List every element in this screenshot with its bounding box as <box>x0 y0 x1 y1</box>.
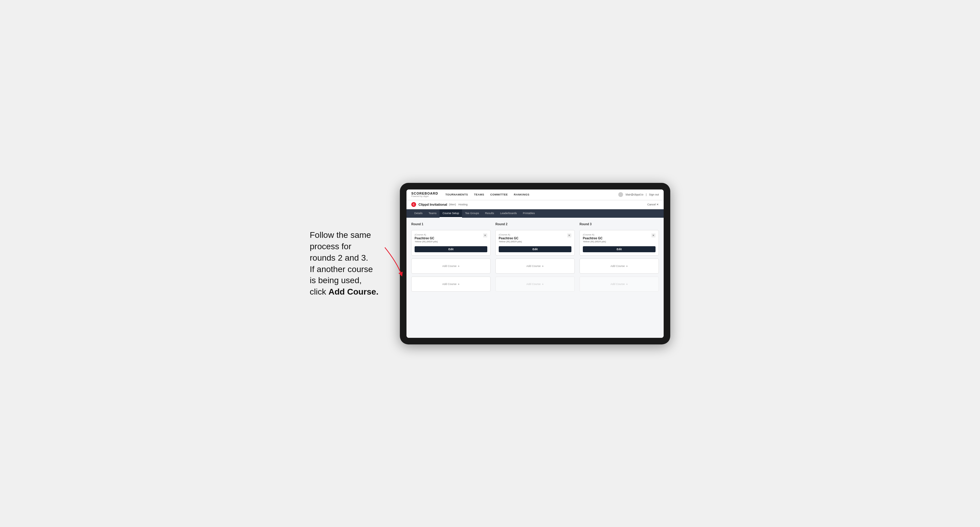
add-course-slot-1-2[interactable]: Add Course + <box>411 276 491 292</box>
tablet-device: SCOREBOARD Powered by clippd TOURNAMENTS… <box>400 183 670 344</box>
course-info: (Course A) Peachtree GC Yellow (M) (6629… <box>499 233 522 245</box>
course-label: (Course A) <box>583 233 606 236</box>
edit-course-button[interactable]: Edit <box>583 246 655 252</box>
round-3-course-card: (Course A) Peachtree GC Yellow (M) (6629… <box>579 230 659 256</box>
add-plus-icon: + <box>542 264 544 268</box>
add-course-label: Add Course <box>611 265 625 268</box>
add-course-label: Add Course <box>527 283 541 286</box>
nav-links: TOURNAMENTS TEAMS COMMITTEE RANKINGS <box>445 193 618 196</box>
course-detail: Yellow (M) (6629 yds) <box>499 240 522 243</box>
course-info: (Course A) Peachtree GC Yellow (M) (6629… <box>415 233 438 245</box>
tab-teams[interactable]: Teams <box>426 209 440 218</box>
edit-course-button[interactable]: Edit <box>415 246 487 252</box>
course-detail: Yellow (M) (6629 yds) <box>583 240 606 243</box>
instruction-bold: Add Course. <box>328 287 378 296</box>
round-1-course-card: (Course A) Peachtree GC Yellow (M) (6629… <box>411 230 491 256</box>
rounds-grid: Round 1 (Course A) Peachtree GC Yellow (… <box>411 222 659 292</box>
main-content: Round 1 (Course A) Peachtree GC Yellow (… <box>406 218 663 338</box>
tab-results[interactable]: Results <box>482 209 497 218</box>
round-1-label: Round 1 <box>411 222 491 226</box>
add-course-label: Add Course <box>527 265 541 268</box>
course-label: (Course A) <box>415 233 438 236</box>
add-plus-icon: + <box>458 264 460 268</box>
course-name: Peachtree GC <box>499 237 522 240</box>
add-course-label: Add Course <box>611 283 625 286</box>
tournament-title: Clippd Invitational <box>418 203 447 206</box>
round-3-label: Round 3 <box>579 222 659 226</box>
course-name: Peachtree GC <box>583 237 606 240</box>
sign-out-link[interactable]: Sign out <box>649 193 659 196</box>
logo-subtitle: Powered by clippd <box>411 195 438 197</box>
page-wrapper: Follow the same process for rounds 2 and… <box>310 183 670 344</box>
edit-course-button[interactable]: Edit <box>499 246 571 252</box>
nav-committee[interactable]: COMMITTEE <box>490 193 508 196</box>
course-card-header: (Course A) Peachtree GC Yellow (M) (6629… <box>499 233 571 245</box>
course-info: (Course A) Peachtree GC Yellow (M) (6629… <box>583 233 606 245</box>
course-name: Peachtree GC <box>415 237 438 240</box>
round-3-column: Round 3 (Course A) Peachtree GC Yellow (… <box>579 222 659 292</box>
round-2-label: Round 2 <box>495 222 575 226</box>
round-2-course-card: (Course A) Peachtree GC Yellow (M) (6629… <box>495 230 575 256</box>
sub-header: C Clippd Invitational (Men) Hosting Canc… <box>406 200 663 209</box>
tab-printables[interactable]: Printables <box>520 209 538 218</box>
instruction-text: Follow the same process for rounds 2 and… <box>310 230 379 296</box>
add-plus-icon: + <box>458 282 460 286</box>
remove-course-button[interactable]: ✕ <box>483 233 487 238</box>
add-course-slot-2-1[interactable]: Add Course + <box>495 259 575 273</box>
cancel-button[interactable]: Cancel ✕ <box>647 203 659 206</box>
add-course-slot-3-2: Add Course + <box>579 276 659 292</box>
logo-title: SCOREBOARD <box>411 192 438 195</box>
nav-teams[interactable]: TEAMS <box>474 193 484 196</box>
round-1-column: Round 1 (Course A) Peachtree GC Yellow (… <box>411 222 491 292</box>
add-plus-icon: + <box>542 282 544 286</box>
top-navigation: SCOREBOARD Powered by clippd TOURNAMENTS… <box>406 189 663 200</box>
course-detail: Yellow (M) (6629 yds) <box>415 240 438 243</box>
tab-course-setup[interactable]: Course Setup <box>439 209 462 218</box>
course-card-header: (Course A) Peachtree GC Yellow (M) (6629… <box>583 233 655 245</box>
tabs-bar: Details Teams Course Setup Tee Groups Re… <box>406 209 663 218</box>
top-nav-right: blair@clippd.io | Sign out <box>618 192 659 197</box>
tournament-status: Hosting <box>458 203 468 206</box>
remove-course-button[interactable]: ✕ <box>651 233 655 238</box>
scoreboard-logo: SCOREBOARD Powered by clippd <box>411 192 438 197</box>
remove-course-button[interactable]: ✕ <box>567 233 571 238</box>
add-plus-icon: + <box>626 264 628 268</box>
course-label: (Course A) <box>499 233 522 236</box>
add-course-slot-2-2: Add Course + <box>495 276 575 292</box>
tab-tee-groups[interactable]: Tee Groups <box>462 209 482 218</box>
add-course-label: Add Course <box>442 283 457 286</box>
course-card-header: (Course A) Peachtree GC Yellow (M) (6629… <box>415 233 487 245</box>
add-plus-icon: + <box>626 282 628 286</box>
tab-leaderboards[interactable]: Leaderboards <box>497 209 520 218</box>
tab-details[interactable]: Details <box>411 209 426 218</box>
nav-tournaments[interactable]: TOURNAMENTS <box>445 193 468 196</box>
user-avatar <box>618 192 623 197</box>
round-2-column: Round 2 (Course A) Peachtree GC Yellow (… <box>495 222 575 292</box>
tournament-badge: (Men) <box>449 203 456 206</box>
brand-logo: C <box>411 202 416 207</box>
add-course-label: Add Course <box>442 265 457 268</box>
add-course-slot-3-1[interactable]: Add Course + <box>579 259 659 273</box>
nav-rankings[interactable]: RANKINGS <box>514 193 529 196</box>
separator: | <box>646 193 646 196</box>
tablet-screen: SCOREBOARD Powered by clippd TOURNAMENTS… <box>406 189 663 338</box>
add-course-slot-1-1[interactable]: Add Course + <box>411 259 491 273</box>
user-email: blair@clippd.io <box>625 193 643 196</box>
instruction-block: Follow the same process for rounds 2 and… <box>310 229 388 298</box>
